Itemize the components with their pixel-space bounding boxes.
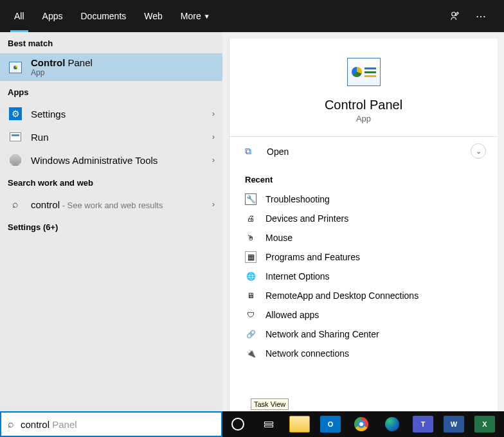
tab-more[interactable]: More▼ [172,0,219,32]
search-web-label: Search work and web [0,172,222,193]
filter-tabs: All Apps Documents Web More▼ [5,0,219,32]
network-icon: 🔗 [245,328,256,340]
search-icon: ⌕ [8,418,14,430]
feedback-icon[interactable] [445,6,465,26]
tab-documents[interactable]: Documents [71,0,135,32]
word-button[interactable]: W [438,411,469,437]
expand-actions-button[interactable]: ⌄ [471,143,486,159]
chevron-right-icon: › [212,109,215,118]
chevron-right-icon: › [212,200,215,209]
chevron-down-icon: ▼ [204,13,210,20]
connections-icon: 🔌 [245,348,256,359]
taskbar-search-input[interactable]: ⌕ control Panel [0,411,222,437]
outlook-icon: O [320,416,341,433]
admin-tools-icon [10,154,21,166]
open-action[interactable]: ⧉ Open [230,137,498,166]
tab-apps[interactable]: Apps [33,0,72,32]
result-control-panel[interactable]: Control Panel App [0,53,222,81]
taskbar: ⌕ control Panel O T W X [0,411,504,437]
mouse-icon: 🖱 [245,232,256,244]
edge-button[interactable] [377,411,408,437]
tab-all[interactable]: All [5,0,33,32]
settings-more-link[interactable]: Settings (6+) [0,216,222,238]
control-panel-icon [9,62,22,73]
apps-label: Apps [0,81,222,102]
chevron-right-icon: › [212,156,215,165]
search-icon: ⌕ [12,199,19,210]
recent-internet-options[interactable]: 🌐Internet Options [230,267,498,286]
troubleshooting-icon: 🔧 [245,193,256,205]
recent-troubleshooting[interactable]: 🔧Troubleshooting [230,190,498,209]
remoteapp-icon: 🖥 [245,290,256,301]
recent-devices-printers[interactable]: 🖨Devices and Printers [230,209,498,228]
recent-network-connections[interactable]: 🔌Network connections [230,344,498,363]
internet-icon: 🌐 [245,271,256,282]
devices-icon: 🖨 [245,213,256,224]
cortana-icon [231,418,244,431]
search-header: All Apps Documents Web More▼ ⋯ [0,0,504,32]
recent-remoteapp[interactable]: 🖥RemoteApp and Desktop Connections [230,286,498,305]
chrome-icon [354,417,368,431]
chrome-button[interactable] [346,411,377,437]
preview-panel: Control Panel App ⧉ Open ⌄ Recent 🔧Troub… [229,39,498,411]
file-explorer-button[interactable] [284,411,315,437]
recent-label: Recent [230,166,498,190]
more-options-icon[interactable]: ⋯ [471,6,491,26]
svg-point-0 [452,12,456,16]
taskview-tooltip: Task View [251,398,289,410]
chevron-right-icon: › [212,132,215,141]
taskview-icon [264,422,273,427]
recent-allowed-apps[interactable]: 🛡Allowed apps [230,305,498,325]
result-run[interactable]: Run › [0,125,222,148]
word-icon: W [444,416,464,433]
outlook-button[interactable]: O [315,411,346,437]
result-web-search[interactable]: ⌕ control - See work and web results › [0,193,222,216]
firewall-icon: 🛡 [245,309,256,321]
settings-icon: ⚙ [9,107,22,120]
recent-network-sharing[interactable]: 🔗Network and Sharing Center [230,325,498,344]
run-icon [10,132,21,141]
preview-title: Control Panel [325,98,402,112]
teams-icon: T [413,416,433,433]
control-panel-icon [347,58,381,86]
tab-web[interactable]: Web [135,0,172,32]
best-match-label: Best match [0,32,222,53]
recent-list: 🔧Troubleshooting 🖨Devices and Printers 🖱… [230,190,498,363]
teams-button[interactable]: T [408,411,438,437]
edge-icon [385,417,399,431]
results-panel: Best match Control Panel App Apps ⚙ Sett… [0,32,222,411]
recent-programs-features[interactable]: ▦Programs and Features [230,247,498,267]
open-icon: ⧉ [245,146,258,157]
task-view-button[interactable] [253,411,284,437]
programs-icon: ▦ [245,251,256,263]
cortana-button[interactable] [222,411,253,437]
excel-button[interactable]: X [469,411,500,437]
folder-icon [289,416,310,433]
preview-subtitle: App [356,114,371,123]
result-settings[interactable]: ⚙ Settings › [0,102,222,125]
excel-icon: X [474,416,495,433]
recent-mouse[interactable]: 🖱Mouse [230,228,498,247]
result-admin-tools[interactable]: Windows Administrative Tools › [0,148,222,172]
